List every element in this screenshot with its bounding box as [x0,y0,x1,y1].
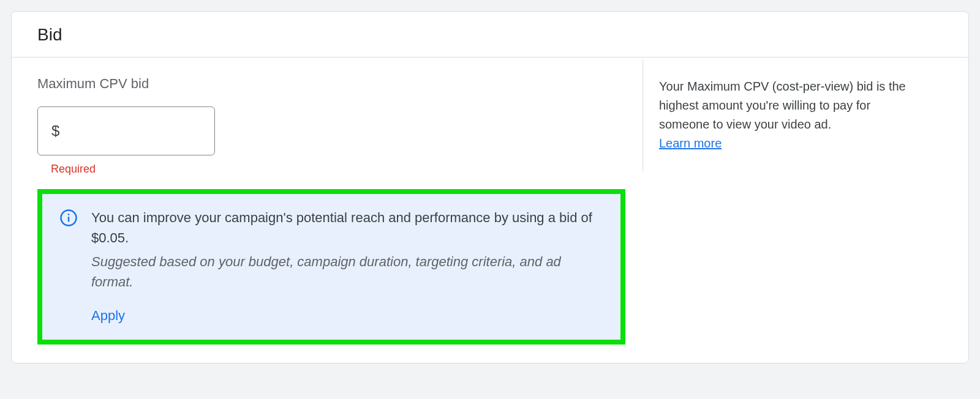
bid-error-text: Required [51,163,630,176]
info-icon [59,209,78,227]
bid-input[interactable] [63,122,201,140]
suggestion-main-text: You can improve your campaign's potentia… [91,207,603,248]
currency-symbol: $ [51,122,59,140]
help-text: Your Maximum CPV (cost-per-view) bid is … [659,77,917,153]
help-panel: Your Maximum CPV (cost-per-view) bid is … [643,60,943,171]
bid-card: Bid Maximum CPV bid $ Required [11,11,969,364]
card-title: Bid [37,25,943,45]
card-header: Bid [12,12,968,58]
learn-more-link[interactable]: Learn more [659,136,722,150]
card-body: Maximum CPV bid $ Required Y [12,58,968,363]
suggestion-sub-text: Suggested based on your budget, campaign… [91,252,603,292]
help-description: Your Maximum CPV (cost-per-view) bid is … [659,80,906,131]
bid-main-column: Maximum CPV bid $ Required Y [12,58,643,363]
bid-suggestion-callout: You can improve your campaign's potentia… [37,189,625,345]
apply-button[interactable]: Apply [91,308,125,324]
svg-point-2 [68,214,70,215]
bid-input-container[interactable]: $ [37,106,215,155]
bid-field-label: Maximum CPV bid [37,76,630,92]
